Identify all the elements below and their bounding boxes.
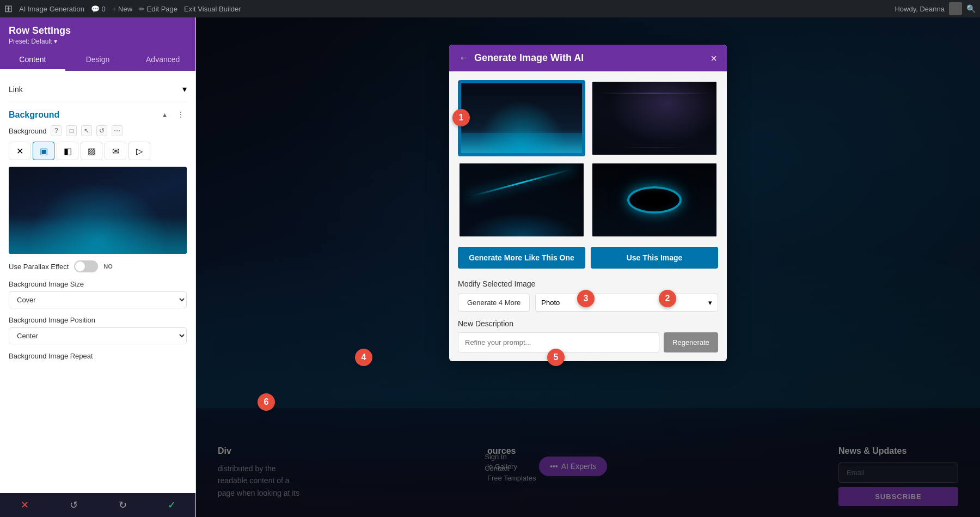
- sidebar-title: Row Settings: [9, 25, 187, 37]
- bg-type-pattern[interactable]: ✉: [105, 142, 126, 160]
- sidebar-bottom-bar: ✕ ↺ ↻ ✓: [0, 493, 196, 517]
- badge-5: 5: [547, 349, 565, 366]
- bg-type-image[interactable]: ▣: [33, 142, 54, 160]
- image-4: [592, 163, 716, 236]
- use-image-button[interactable]: Use This Image: [591, 247, 718, 269]
- options-icon[interactable]: ⋯: [112, 125, 122, 136]
- background-controls: ▴ ⋮: [163, 110, 187, 120]
- redo-button[interactable]: ↻: [112, 494, 133, 516]
- badge-4: 4: [355, 349, 372, 366]
- badge-6: 6: [258, 393, 275, 411]
- sidebar-header: Row Settings Preset: Default ▾: [0, 17, 195, 50]
- site-name[interactable]: AI Image Generation: [19, 5, 84, 13]
- background-preview: [9, 167, 187, 254]
- image-cell-1[interactable]: [458, 80, 585, 156]
- tab-content[interactable]: Content: [0, 50, 65, 71]
- badge-3: 3: [577, 290, 595, 307]
- bg-position-label: Background Image Position: [9, 316, 187, 324]
- style-value: Photo: [541, 299, 560, 307]
- background-type-icons: ✕ ▣ ◧ ▨ ✉ ▷: [9, 142, 187, 160]
- modal-scroll-area[interactable]: 1 3 2 Generate More Like This One Use Th…: [449, 71, 727, 361]
- edit-page-link[interactable]: ✏ Edit Page: [139, 5, 177, 13]
- modal-header: ← Generate Image With AI ×: [449, 45, 727, 71]
- chevron-down-icon: ▾: [708, 299, 712, 307]
- generate-4-more-button[interactable]: Generate 4 More: [458, 294, 530, 312]
- responsive-icon[interactable]: □: [66, 125, 77, 136]
- background-label: Background: [9, 127, 46, 135]
- image-cell-3[interactable]: [458, 162, 585, 238]
- bg-type-color[interactable]: ◧: [57, 142, 78, 160]
- new-description-section: New Description Regenerate: [458, 319, 718, 352]
- modal-title: Generate Image With AI: [474, 52, 705, 64]
- user-avatar[interactable]: [949, 2, 962, 15]
- save-button[interactable]: ✓: [161, 494, 182, 516]
- new-link[interactable]: + New: [112, 5, 132, 13]
- generate-more-button[interactable]: Generate More Like This One: [458, 247, 585, 269]
- image-2: [592, 82, 716, 155]
- sidebar: Row Settings Preset: Default ▾ Content D…: [0, 17, 196, 517]
- image-grid: [458, 80, 718, 238]
- style-select[interactable]: Photo ▾: [535, 294, 718, 312]
- bg-repeat-field: Background Image Repeat: [9, 352, 187, 360]
- generate-image-modal: ← Generate Image With AI ×: [449, 45, 727, 361]
- bg-type-video[interactable]: ▷: [128, 142, 150, 160]
- search-icon[interactable]: 🔍: [966, 4, 976, 13]
- sidebar-preset[interactable]: Preset: Default ▾: [9, 38, 187, 45]
- badge-1: 1: [452, 109, 470, 126]
- image-cell-2[interactable]: [591, 80, 718, 156]
- parallax-toggle-row: Use Parallax Effect NO: [9, 260, 187, 272]
- exit-builder-link[interactable]: Exit Visual Builder: [184, 5, 241, 13]
- tab-advanced[interactable]: Advanced: [130, 50, 195, 71]
- bg-size-label: Background Image Size: [9, 280, 187, 288]
- parallax-toggle[interactable]: [74, 260, 98, 272]
- bg-type-gradient[interactable]: ▨: [81, 142, 102, 160]
- background-label-row: Background ? □ ↖ ↺ ⋯: [9, 125, 187, 136]
- collapse-icon[interactable]: ▴: [163, 110, 173, 120]
- sidebar-tabs: Content Design Advanced: [0, 50, 195, 71]
- admin-bar: ⊞ AI Image Generation 💬 0 + New ✏ Edit P…: [0, 0, 980, 17]
- reset-icon[interactable]: ↺: [96, 125, 107, 136]
- bg-repeat-label: Background Image Repeat: [9, 352, 187, 360]
- bg-type-none[interactable]: ✕: [9, 142, 30, 160]
- background-section-title: Background: [9, 110, 59, 120]
- bg-size-field: Background Image Size Cover: [9, 280, 187, 308]
- tab-design[interactable]: Design: [65, 50, 131, 71]
- comments-link[interactable]: 💬 0: [91, 5, 106, 13]
- modal-close-button[interactable]: ×: [710, 53, 717, 64]
- modal-actions: Generate More Like This One Use This Ima…: [458, 247, 718, 269]
- background-section: Background ▴ ⋮ Background ? □ ↖ ↺ ⋯ ✕ ▣ …: [9, 110, 187, 360]
- chevron-down-icon: ▾: [182, 84, 187, 94]
- wordpress-icon[interactable]: ⊞: [4, 3, 13, 15]
- link-label: Link: [9, 85, 23, 94]
- more-icon[interactable]: ⋮: [177, 110, 187, 120]
- sidebar-content: Link ▾ Background ▴ ⋮ Background ? □ ↖ ↺…: [0, 71, 195, 374]
- new-desc-row: Regenerate: [458, 332, 718, 352]
- link-section[interactable]: Link ▾: [9, 77, 187, 101]
- parallax-label: Use Parallax Effect: [9, 263, 69, 271]
- regenerate-button[interactable]: Regenerate: [664, 332, 718, 352]
- badge-2: 2: [659, 290, 676, 307]
- image-cell-4[interactable]: [591, 162, 718, 238]
- main-content: Div distributed by thereadable content o…: [196, 17, 980, 517]
- modify-label: Modify Selected Image: [458, 279, 718, 288]
- bg-position-select[interactable]: Center: [9, 327, 187, 344]
- new-desc-label: New Description: [458, 319, 718, 328]
- image-3: [460, 163, 584, 236]
- modal-back-button[interactable]: ←: [459, 52, 469, 64]
- undo-button[interactable]: ↺: [63, 494, 84, 516]
- bg-size-select[interactable]: Cover: [9, 291, 187, 308]
- image-1: [460, 82, 584, 155]
- howdy-text: Howdy, Deanna: [895, 5, 945, 13]
- pointer-icon[interactable]: ↖: [81, 125, 92, 136]
- discard-button[interactable]: ✕: [14, 494, 35, 516]
- help-icon[interactable]: ?: [51, 125, 62, 136]
- parallax-value: NO: [103, 263, 113, 270]
- bg-position-field: Background Image Position Center: [9, 316, 187, 344]
